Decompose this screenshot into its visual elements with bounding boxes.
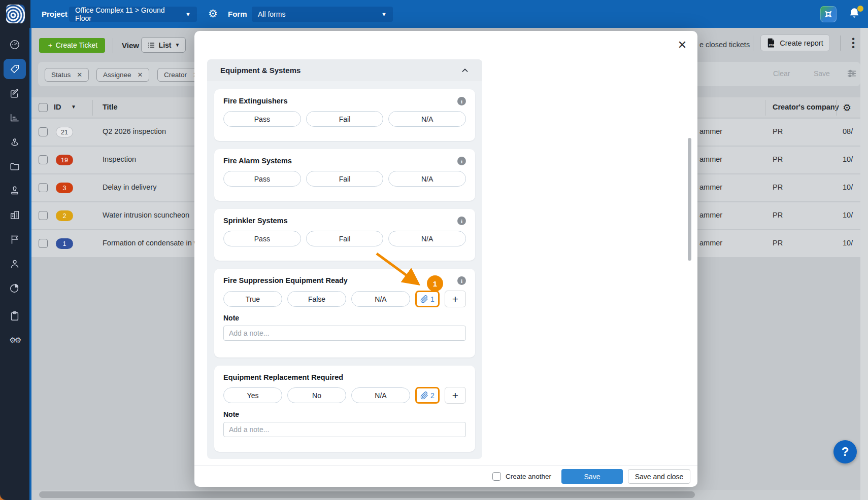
option-na[interactable]: N/A — [388, 231, 466, 246]
horizontal-scrollbar[interactable] — [31, 490, 860, 500]
plus-icon: ＋ — [47, 41, 56, 49]
add-attachment-button[interactable]: + — [445, 387, 466, 404]
option-fail[interactable]: Fail — [306, 231, 384, 246]
filter-clear-button[interactable]: Clear — [773, 69, 790, 78]
project-select-value: Office Complex 11 > Ground Floor — [75, 6, 178, 22]
option-na[interactable]: N/A — [351, 291, 410, 307]
table-settings-gear-icon[interactable]: ⚙ — [843, 102, 851, 114]
help-button[interactable]: ? — [833, 440, 857, 463]
closed-tickets-toggle-label[interactable]: e closed tickets — [699, 41, 750, 49]
option-na[interactable]: N/A — [351, 387, 410, 403]
option-pass[interactable]: Pass — [223, 111, 301, 127]
form-label: Form — [228, 0, 247, 28]
ticket-title[interactable]: Inspection — [103, 155, 136, 163]
close-icon[interactable]: ✕ — [77, 71, 82, 79]
row-checkbox[interactable] — [39, 211, 48, 220]
chevron-down-icon: ▼ — [374, 11, 387, 17]
ticket-title[interactable]: Formation of condensate in w — [103, 239, 199, 247]
attachments-button[interactable]: 2 — [415, 387, 440, 404]
option-false[interactable]: False — [287, 291, 346, 307]
form-select[interactable]: All forms ▼ — [252, 7, 393, 22]
date-cell: 10/ — [843, 211, 861, 219]
save-button[interactable]: Save — [561, 469, 623, 484]
column-header-title[interactable]: Title — [103, 103, 118, 111]
option-pass[interactable]: Pass — [223, 171, 301, 187]
option-no[interactable]: No — [287, 387, 346, 403]
creator-cell: ammer — [699, 239, 722, 247]
filter-save-button[interactable]: Save — [814, 69, 830, 78]
sidebar-item-people-person-icon[interactable] — [4, 254, 26, 274]
note-input[interactable] — [223, 422, 466, 437]
ticket-title[interactable]: Delay in delivery — [103, 183, 156, 191]
ticket-id-badge: 21 — [56, 127, 73, 137]
info-icon[interactable]: i — [457, 157, 466, 165]
note-input[interactable] — [223, 326, 466, 341]
filter-chip-assignee[interactable]: Assignee✕ — [96, 68, 149, 82]
row-checkbox[interactable] — [39, 155, 48, 164]
modal-close-icon[interactable]: ✕ — [676, 39, 689, 52]
ticket-title[interactable]: Q2 2026 inspection — [103, 127, 166, 135]
option-fail[interactable]: Fail — [306, 171, 384, 187]
option-true[interactable]: True — [223, 291, 282, 307]
company-cell: PR — [773, 211, 783, 219]
option-na[interactable]: N/A — [388, 111, 466, 127]
sidebar-item-approvals-stamp-icon[interactable] — [4, 181, 26, 201]
ticket-title[interactable]: Water intrusion scuncheon — [103, 211, 189, 219]
option-yes[interactable]: Yes — [223, 387, 282, 403]
modal-scrollbar-thumb[interactable] — [688, 138, 691, 261]
divider — [765, 100, 765, 116]
sidebar-item-plans-chart-icon[interactable] — [4, 108, 26, 128]
top-bar: Project Office Complex 11 > Ground Floor… — [0, 0, 868, 28]
sidebar-item-milestones-flag-icon[interactable] — [4, 229, 26, 249]
info-icon[interactable]: i — [457, 97, 466, 105]
sidebar-item-reports-pie-chart-icon[interactable] — [4, 278, 26, 298]
collapse-chevron-icon[interactable] — [461, 66, 469, 75]
row-checkbox[interactable] — [39, 239, 48, 248]
option-na[interactable]: N/A — [388, 171, 466, 187]
more-options-kebab-icon[interactable]: ••• — [850, 37, 857, 49]
company-cell: PR — [773, 155, 783, 163]
save-and-close-button[interactable]: Save and close — [628, 469, 690, 484]
pdf-file-icon: PDF — [767, 38, 776, 48]
logo-block[interactable] — [0, 0, 30, 28]
row-checkbox[interactable] — [39, 127, 48, 136]
add-attachment-button[interactable]: + — [445, 291, 466, 307]
column-header-id[interactable]: ID — [54, 103, 61, 111]
attachments-button[interactable]: 1 — [415, 291, 440, 307]
app-switcher-icon[interactable] — [820, 6, 837, 22]
option-fail[interactable]: Fail — [306, 111, 384, 127]
field-label: Fire Alarm Systems — [223, 157, 292, 165]
horizontal-scrollbar-thumb[interactable] — [39, 491, 695, 498]
info-icon[interactable]: i — [457, 217, 466, 225]
section-header[interactable]: Equipment & Systems — [207, 59, 482, 81]
field-label: Sprinkler Systems — [223, 217, 288, 225]
sidebar-item-site-person-pin-icon[interactable] — [4, 132, 26, 152]
notification-bell-icon[interactable] — [848, 7, 863, 22]
column-header-creators-company[interactable]: Creator's company — [773, 103, 839, 111]
sidebar-item-dashboard-gauge-icon[interactable] — [4, 34, 26, 55]
vertical-scrollbar[interactable] — [860, 28, 868, 500]
create-another-checkbox[interactable] — [492, 472, 501, 481]
project-settings-gear-icon[interactable]: ⚙ — [208, 8, 218, 19]
sidebar-item-tasks-clipboard-icon[interactable] — [4, 306, 26, 326]
option-pass[interactable]: Pass — [223, 231, 301, 246]
notification-dot — [857, 6, 863, 12]
create-another-option[interactable]: Create another — [492, 472, 551, 481]
sidebar-item-settings-gears-icon[interactable]: ⚙⚙ — [4, 330, 26, 350]
sidebar-item-forms-edit-icon[interactable] — [4, 83, 26, 103]
paperclip-icon — [420, 391, 428, 400]
create-ticket-button[interactable]: ＋ Create Ticket — [39, 38, 105, 53]
sidebar-item-files-folder-icon[interactable] — [4, 156, 26, 176]
create-report-button[interactable]: PDF Create report — [760, 34, 830, 51]
sort-caret-icon[interactable]: ▼ — [71, 104, 76, 110]
sidebar-item-companies-buildings-icon[interactable] — [4, 205, 26, 225]
close-icon[interactable]: ✕ — [138, 71, 143, 79]
project-select[interactable]: Office Complex 11 > Ground Floor ▼ — [69, 7, 197, 22]
info-icon[interactable]: i — [457, 276, 466, 285]
sidebar-item-tickets-tag-icon[interactable] — [4, 59, 26, 79]
filter-sliders-icon[interactable] — [846, 68, 857, 79]
view-list-dropdown[interactable]: List ▼ — [141, 37, 186, 53]
row-checkbox[interactable] — [39, 183, 48, 192]
filter-chip-status[interactable]: Status✕ — [45, 68, 89, 82]
select-all-checkbox[interactable] — [39, 103, 48, 112]
